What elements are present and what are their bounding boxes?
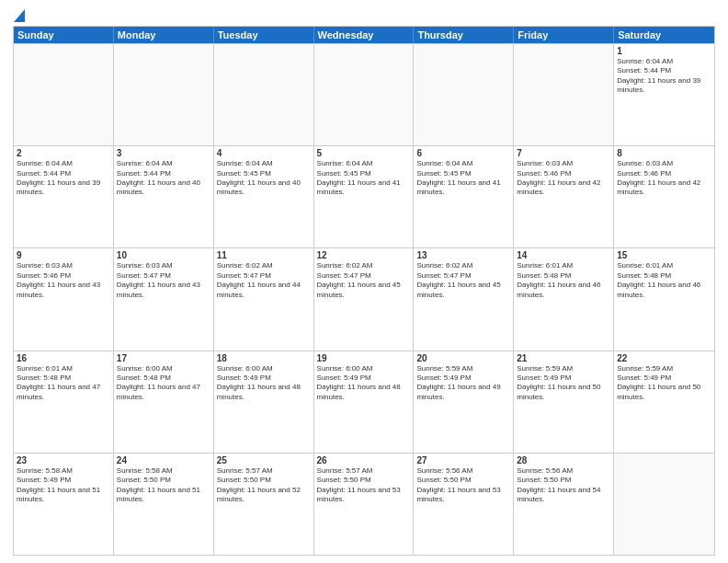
calendar-cell: 1Sunrise: 6:04 AM Sunset: 5:44 PM Daylig…: [614, 44, 714, 145]
day-info: Sunrise: 6:03 AM Sunset: 5:46 PM Dayligh…: [617, 159, 711, 198]
calendar-cell: 26Sunrise: 5:57 AM Sunset: 5:50 PM Dayli…: [314, 454, 415, 555]
day-number: 20: [416, 353, 510, 363]
calendar-cell: [214, 44, 314, 145]
calendar-cell: 15Sunrise: 6:01 AM Sunset: 5:48 PM Dayli…: [614, 248, 714, 350]
day-number: 24: [117, 455, 210, 465]
day-info: Sunrise: 6:04 AM Sunset: 5:45 PM Dayligh…: [416, 159, 510, 198]
day-number: 25: [217, 455, 311, 465]
calendar-cell: 11Sunrise: 6:02 AM Sunset: 5:47 PM Dayli…: [214, 248, 314, 350]
day-number: 7: [517, 148, 610, 158]
day-number: 2: [17, 148, 110, 158]
day-number: 10: [117, 250, 210, 260]
calendar-week-1: 2Sunrise: 6:04 AM Sunset: 5:44 PM Daylig…: [14, 145, 714, 247]
weekday-header-tuesday: Tuesday: [214, 27, 314, 43]
day-number: 6: [416, 148, 510, 158]
weekday-header-sunday: Sunday: [14, 27, 114, 43]
page: SundayMondayTuesdayWednesdayThursdayFrid…: [0, 0, 728, 563]
calendar-cell: 20Sunrise: 5:59 AM Sunset: 5:49 PM Dayli…: [414, 351, 514, 453]
day-info: Sunrise: 6:04 AM Sunset: 5:44 PM Dayligh…: [17, 159, 110, 198]
logo-arrow-icon: [14, 9, 25, 22]
calendar-cell: 4Sunrise: 6:04 AM Sunset: 5:45 PM Daylig…: [214, 146, 314, 247]
day-number: 12: [317, 250, 411, 260]
weekday-header-friday: Friday: [514, 27, 614, 43]
day-number: 22: [617, 353, 711, 363]
weekday-header-monday: Monday: [114, 27, 214, 43]
day-info: Sunrise: 6:04 AM Sunset: 5:45 PM Dayligh…: [217, 159, 311, 198]
day-number: 26: [317, 455, 411, 465]
day-info: Sunrise: 5:59 AM Sunset: 5:49 PM Dayligh…: [517, 364, 610, 403]
calendar-cell: 14Sunrise: 6:01 AM Sunset: 5:48 PM Dayli…: [514, 248, 614, 350]
day-info: Sunrise: 5:59 AM Sunset: 5:49 PM Dayligh…: [617, 364, 711, 403]
day-number: 8: [617, 148, 711, 158]
day-number: 4: [217, 148, 311, 158]
day-info: Sunrise: 6:00 AM Sunset: 5:49 PM Dayligh…: [217, 364, 311, 403]
calendar-cell: 19Sunrise: 6:00 AM Sunset: 5:49 PM Dayli…: [314, 351, 415, 453]
day-info: Sunrise: 5:58 AM Sunset: 5:49 PM Dayligh…: [17, 466, 110, 505]
calendar-week-2: 9Sunrise: 6:03 AM Sunset: 5:46 PM Daylig…: [14, 247, 714, 350]
calendar-cell: 24Sunrise: 5:58 AM Sunset: 5:50 PM Dayli…: [114, 454, 214, 555]
calendar-cell: 8Sunrise: 6:03 AM Sunset: 5:46 PM Daylig…: [614, 146, 714, 247]
day-info: Sunrise: 6:00 AM Sunset: 5:49 PM Dayligh…: [317, 364, 411, 403]
calendar-cell: [514, 44, 614, 145]
day-number: 18: [217, 353, 311, 363]
day-info: Sunrise: 6:04 AM Sunset: 5:44 PM Dayligh…: [617, 57, 711, 96]
calendar-cell: 10Sunrise: 6:03 AM Sunset: 5:47 PM Dayli…: [114, 248, 214, 350]
calendar-cell: 9Sunrise: 6:03 AM Sunset: 5:46 PM Daylig…: [14, 248, 114, 350]
day-info: Sunrise: 6:01 AM Sunset: 5:48 PM Dayligh…: [617, 261, 711, 300]
day-info: Sunrise: 5:57 AM Sunset: 5:50 PM Dayligh…: [217, 466, 311, 505]
day-number: 27: [416, 455, 510, 465]
calendar-cell: 28Sunrise: 5:56 AM Sunset: 5:50 PM Dayli…: [514, 454, 614, 555]
calendar-cell: [614, 454, 714, 555]
day-number: 16: [17, 353, 110, 363]
day-number: 15: [617, 250, 711, 260]
day-info: Sunrise: 5:57 AM Sunset: 5:50 PM Dayligh…: [317, 466, 411, 505]
day-info: Sunrise: 6:00 AM Sunset: 5:48 PM Dayligh…: [117, 364, 210, 403]
calendar-cell: 5Sunrise: 6:04 AM Sunset: 5:45 PM Daylig…: [314, 146, 415, 247]
calendar-cell: 18Sunrise: 6:00 AM Sunset: 5:49 PM Dayli…: [214, 351, 314, 453]
calendar-cell: [114, 44, 214, 145]
weekday-header-saturday: Saturday: [614, 27, 714, 43]
calendar-cell: 27Sunrise: 5:56 AM Sunset: 5:50 PM Dayli…: [414, 454, 514, 555]
weekday-header-wednesday: Wednesday: [314, 27, 415, 43]
day-info: Sunrise: 6:02 AM Sunset: 5:47 PM Dayligh…: [317, 261, 411, 300]
day-info: Sunrise: 6:04 AM Sunset: 5:44 PM Dayligh…: [117, 159, 210, 198]
day-info: Sunrise: 6:01 AM Sunset: 5:48 PM Dayligh…: [17, 364, 110, 403]
calendar-body: 1Sunrise: 6:04 AM Sunset: 5:44 PM Daylig…: [14, 43, 714, 555]
calendar-cell: 13Sunrise: 6:02 AM Sunset: 5:47 PM Dayli…: [414, 248, 514, 350]
day-info: Sunrise: 5:58 AM Sunset: 5:50 PM Dayligh…: [117, 466, 210, 505]
calendar-cell: [414, 44, 514, 145]
calendar-cell: 22Sunrise: 5:59 AM Sunset: 5:49 PM Dayli…: [614, 351, 714, 453]
calendar-cell: 6Sunrise: 6:04 AM Sunset: 5:45 PM Daylig…: [414, 146, 514, 247]
day-info: Sunrise: 6:03 AM Sunset: 5:47 PM Dayligh…: [117, 261, 210, 300]
calendar-cell: 21Sunrise: 5:59 AM Sunset: 5:49 PM Dayli…: [514, 351, 614, 453]
header: [13, 9, 715, 22]
day-number: 9: [17, 250, 110, 260]
calendar-week-0: 1Sunrise: 6:04 AM Sunset: 5:44 PM Daylig…: [14, 43, 714, 145]
day-info: Sunrise: 6:02 AM Sunset: 5:47 PM Dayligh…: [416, 261, 510, 300]
day-number: 13: [416, 250, 510, 260]
calendar-cell: 12Sunrise: 6:02 AM Sunset: 5:47 PM Dayli…: [314, 248, 415, 350]
calendar-cell: 16Sunrise: 6:01 AM Sunset: 5:48 PM Dayli…: [14, 351, 114, 453]
day-info: Sunrise: 5:56 AM Sunset: 5:50 PM Dayligh…: [416, 466, 510, 505]
day-info: Sunrise: 6:03 AM Sunset: 5:46 PM Dayligh…: [17, 261, 110, 300]
calendar-cell: 17Sunrise: 6:00 AM Sunset: 5:48 PM Dayli…: [114, 351, 214, 453]
day-number: 23: [17, 455, 110, 465]
day-number: 19: [317, 353, 411, 363]
day-number: 3: [117, 148, 210, 158]
logo: [13, 9, 25, 22]
calendar-cell: 3Sunrise: 6:04 AM Sunset: 5:44 PM Daylig…: [114, 146, 214, 247]
day-number: 14: [517, 250, 610, 260]
calendar-header: SundayMondayTuesdayWednesdayThursdayFrid…: [14, 27, 714, 43]
calendar-cell: 23Sunrise: 5:58 AM Sunset: 5:49 PM Dayli…: [14, 454, 114, 555]
day-info: Sunrise: 6:02 AM Sunset: 5:47 PM Dayligh…: [217, 261, 311, 300]
day-number: 5: [317, 148, 411, 158]
day-info: Sunrise: 5:56 AM Sunset: 5:50 PM Dayligh…: [517, 466, 610, 505]
logo-icon: [13, 9, 25, 22]
calendar-week-4: 23Sunrise: 5:58 AM Sunset: 5:49 PM Dayli…: [14, 453, 714, 555]
calendar-week-3: 16Sunrise: 6:01 AM Sunset: 5:48 PM Dayli…: [14, 350, 714, 453]
day-info: Sunrise: 6:03 AM Sunset: 5:46 PM Dayligh…: [517, 159, 610, 198]
calendar-cell: [314, 44, 415, 145]
calendar-cell: [14, 44, 114, 145]
day-number: 1: [617, 46, 711, 56]
day-number: 17: [117, 353, 210, 363]
